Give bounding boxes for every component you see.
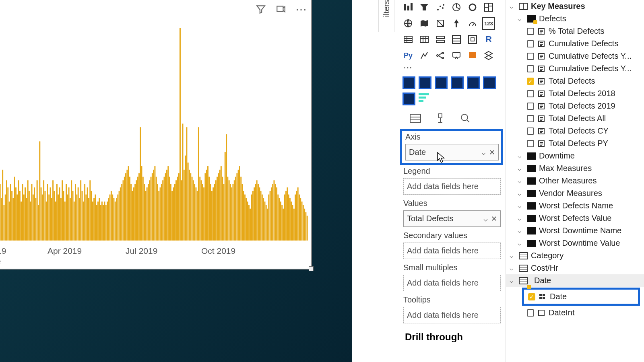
- field-item[interactable]: Cumulative Defects Y...: [506, 62, 644, 75]
- kpi-icon[interactable]: [466, 33, 479, 46]
- chevron-right-icon[interactable]: ⌵: [516, 202, 524, 210]
- field-item[interactable]: DateInt: [506, 306, 644, 319]
- field-item[interactable]: Total Defects All: [506, 112, 644, 125]
- chevron-right-icon[interactable]: ⌵: [516, 189, 524, 197]
- filter-icon[interactable]: [254, 2, 268, 16]
- well-placeholder[interactable]: Add data fields here: [403, 243, 501, 259]
- folder-row[interactable]: ⌵ Vendor Measures: [506, 187, 644, 200]
- small-multiples-well[interactable]: Small multiples Add data fields here: [400, 261, 503, 294]
- decomposition-icon[interactable]: [434, 49, 447, 62]
- folder-row[interactable]: ⌵ Worst Defects Name: [506, 200, 644, 212]
- chevron-right-icon[interactable]: ⌵: [516, 214, 524, 222]
- checkbox[interactable]: [527, 140, 534, 147]
- table-date[interactable]: ⌵ Date: [506, 274, 644, 287]
- checkbox[interactable]: ✓: [528, 293, 535, 300]
- arrow-icon[interactable]: [450, 17, 463, 30]
- field-item[interactable]: Cumulative Defects: [506, 37, 644, 50]
- chevron-down-icon[interactable]: ⌵: [483, 214, 488, 223]
- field-item[interactable]: Total Defects CY: [506, 125, 644, 137]
- axis-well[interactable]: Axis Date ⌵✕: [400, 129, 503, 165]
- checkbox[interactable]: [527, 40, 534, 47]
- remove-icon[interactable]: ✕: [489, 148, 495, 157]
- table-row[interactable]: ⌵ Category: [506, 249, 644, 262]
- folder-row[interactable]: ⌵ Downtime: [506, 150, 644, 162]
- filters-pane-collapsed[interactable]: ilters: [378, 0, 394, 32]
- custom-visual-icon[interactable]: [402, 93, 415, 105]
- table-icon[interactable]: [402, 33, 415, 46]
- folder-row[interactable]: ⌵ Worst Downtime Value: [506, 237, 644, 249]
- custom-visual-icon[interactable]: [451, 76, 464, 89]
- treemap-icon[interactable]: [482, 1, 495, 14]
- chevron-right-icon[interactable]: ⌵: [508, 264, 516, 272]
- custom-visual-icon[interactable]: [402, 76, 415, 89]
- folder-row[interactable]: ⌵ Worst Defects Value: [506, 212, 644, 224]
- chevron-right-icon[interactable]: ⌵: [516, 177, 524, 185]
- field-item[interactable]: Cumulative Defects Y...: [506, 50, 644, 62]
- checkbox[interactable]: ✓: [527, 78, 534, 85]
- chevron-right-icon[interactable]: ⌵: [516, 152, 524, 160]
- slicer-icon[interactable]: [450, 33, 463, 46]
- secondary-values-well[interactable]: Secondary values Add data fields here: [400, 229, 503, 261]
- pie-icon[interactable]: [450, 1, 463, 14]
- chevron-down-icon[interactable]: ⌵: [508, 277, 516, 284]
- table-key-measures[interactable]: ⌵ Key Measures: [506, 0, 644, 12]
- funnel-icon[interactable]: [418, 1, 431, 14]
- shape-map-icon[interactable]: [434, 17, 447, 30]
- key-influencers-icon[interactable]: [418, 49, 431, 62]
- well-placeholder[interactable]: Add data fields here: [403, 275, 501, 291]
- focus-mode-icon[interactable]: [274, 2, 288, 16]
- custom-visual-icon[interactable]: [419, 76, 431, 89]
- chart-visual[interactable]: ⋯ 19 Apr 2019 Jul 2019 Oct 2019 e: [0, 0, 312, 269]
- custom-visual-icon[interactable]: [483, 76, 496, 89]
- chevron-right-icon[interactable]: ⌵: [516, 165, 524, 172]
- analytics-tab-icon[interactable]: [458, 113, 473, 124]
- table-row[interactable]: ⌵ Cost/Hr: [506, 262, 644, 274]
- checkbox[interactable]: [527, 28, 534, 35]
- more-visuals-icon[interactable]: ⋯: [403, 63, 416, 72]
- chevron-right-icon[interactable]: ⌵: [516, 227, 524, 234]
- paginated-icon[interactable]: [482, 49, 495, 62]
- axis-field-pill[interactable]: Date ⌵✕: [405, 144, 499, 160]
- checkbox[interactable]: [527, 128, 534, 135]
- checkbox[interactable]: [527, 115, 534, 122]
- remove-icon[interactable]: ✕: [491, 214, 497, 223]
- chevron-right-icon[interactable]: ⌵: [508, 252, 516, 259]
- field-item[interactable]: % Total Defects: [506, 25, 644, 37]
- values-field-pill[interactable]: Total Defects ⌵✕: [403, 210, 501, 227]
- scatter-icon[interactable]: [434, 1, 447, 14]
- checkbox[interactable]: [527, 65, 534, 72]
- tooltips-well[interactable]: Tooltips Add data fields here: [400, 294, 503, 326]
- field-item[interactable]: Total Defects 2018: [506, 87, 644, 100]
- narrative-icon[interactable]: [466, 49, 479, 62]
- folder-defects[interactable]: ⌵ Defects: [506, 12, 644, 25]
- folder-row[interactable]: ⌵ Max Measures: [506, 162, 644, 175]
- chevron-down-icon[interactable]: ⌵: [481, 148, 486, 157]
- python-visual-icon[interactable]: Py: [402, 49, 415, 62]
- donut-icon[interactable]: [466, 1, 479, 14]
- folder-row[interactable]: ⌵ Other Measures: [506, 175, 644, 187]
- matrix-icon[interactable]: [418, 33, 431, 46]
- values-well[interactable]: Values Total Defects ⌵✕: [400, 197, 503, 229]
- custom-visual-icon[interactable]: [467, 76, 480, 89]
- checkbox[interactable]: [527, 309, 534, 317]
- filled-map-icon[interactable]: [418, 17, 431, 30]
- multi-row-icon[interactable]: [434, 33, 447, 46]
- card-icon[interactable]: 123: [482, 17, 495, 30]
- well-placeholder[interactable]: Add data fields here: [403, 307, 501, 323]
- more-options-icon[interactable]: ⋯: [294, 2, 308, 16]
- field-item[interactable]: Total Defects PY: [506, 137, 644, 150]
- chevron-down-icon[interactable]: ⌵: [508, 2, 516, 10]
- custom-visual-bars-icon[interactable]: [419, 93, 431, 102]
- field-item[interactable]: ✓ Date: [522, 288, 640, 306]
- custom-visual-icon[interactable]: [435, 76, 448, 89]
- chevron-down-icon[interactable]: ⌵: [516, 15, 524, 23]
- chevron-right-icon[interactable]: ⌵: [516, 239, 524, 247]
- r-visual-icon[interactable]: R: [482, 33, 495, 46]
- qa-icon[interactable]: [450, 49, 463, 62]
- field-item[interactable]: Total Defects 2019: [506, 100, 644, 112]
- globe-icon[interactable]: [402, 17, 415, 30]
- resize-handle[interactable]: [309, 266, 314, 271]
- fields-tab-icon[interactable]: [408, 113, 423, 124]
- legend-well[interactable]: Legend Add data fields here: [400, 165, 503, 197]
- gauge-icon[interactable]: [466, 17, 479, 30]
